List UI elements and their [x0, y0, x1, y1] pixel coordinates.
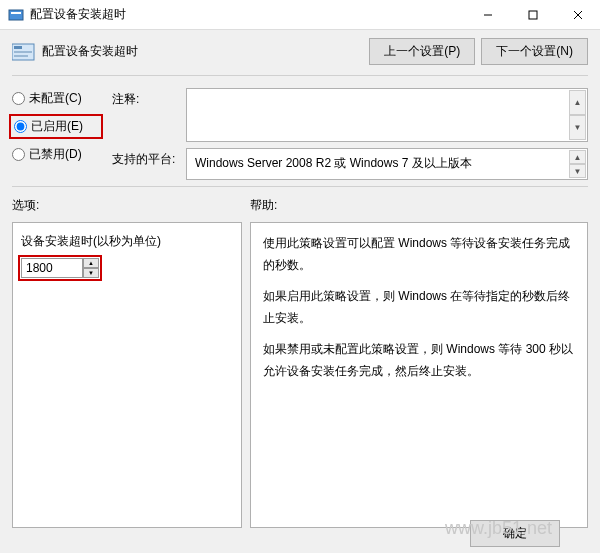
minimize-button[interactable]: [465, 0, 510, 29]
prev-setting-button[interactable]: 上一个设置(P): [369, 38, 475, 65]
svg-rect-3: [529, 11, 537, 19]
platform-label: 支持的平台:: [112, 148, 178, 168]
comment-textarea[interactable]: ▲ ▼: [186, 88, 588, 142]
radio-label-enabled: 已启用(E): [31, 118, 83, 135]
window-controls: [465, 0, 600, 29]
comment-label: 注释:: [112, 88, 178, 108]
timeout-input[interactable]: [21, 258, 83, 278]
window-title: 配置设备安装超时: [30, 6, 465, 23]
help-label: 帮助:: [250, 197, 588, 214]
spinner-down-icon[interactable]: ▼: [83, 268, 99, 278]
titlebar: 配置设备安装超时: [0, 0, 600, 30]
radio-not-configured[interactable]: 未配置(C): [12, 90, 100, 107]
radio-label-disabled: 已禁用(D): [29, 146, 82, 163]
app-icon: [8, 7, 24, 23]
radio-disabled[interactable]: 已禁用(D): [12, 146, 100, 163]
radio-input-not-configured[interactable]: [12, 92, 25, 105]
scroll-down-icon[interactable]: ▼: [569, 164, 586, 178]
radio-input-enabled[interactable]: [14, 120, 27, 133]
header-row: 配置设备安装超时 上一个设置(P) 下一个设置(N): [0, 30, 600, 73]
separator: [12, 186, 588, 187]
separator: [12, 75, 588, 76]
svg-rect-1: [11, 12, 21, 14]
help-text: 使用此策略设置可以配置 Windows 等待设备安装任务完成的秒数。: [263, 233, 575, 276]
timeout-label: 设备安装超时(以秒为单位): [21, 233, 233, 250]
svg-rect-7: [14, 46, 22, 49]
help-text: 如果禁用或未配置此策略设置，则 Windows 等待 300 秒以允许设备安装任…: [263, 339, 575, 382]
header-title: 配置设备安装超时: [42, 43, 138, 60]
platform-value: Windows Server 2008 R2 或 Windows 7 及以上版本: [195, 156, 472, 170]
scroll-up-icon[interactable]: ▲: [569, 150, 586, 164]
options-panel: 设备安装超时(以秒为单位) ▲ ▼: [12, 222, 242, 528]
svg-rect-9: [14, 55, 28, 57]
scroll-down-icon[interactable]: ▼: [569, 115, 586, 140]
timeout-spinner[interactable]: ▲ ▼: [21, 258, 99, 278]
radio-input-disabled[interactable]: [12, 148, 25, 161]
radio-label-not-configured: 未配置(C): [29, 90, 82, 107]
radio-enabled[interactable]: 已启用(E): [12, 117, 100, 136]
close-button[interactable]: [555, 0, 600, 29]
options-label: 选项:: [12, 197, 250, 214]
help-panel: 使用此策略设置可以配置 Windows 等待设备安装任务完成的秒数。 如果启用此…: [250, 222, 588, 528]
help-text: 如果启用此策略设置，则 Windows 在等待指定的秒数后终止安装。: [263, 286, 575, 329]
maximize-button[interactable]: [510, 0, 555, 29]
ok-button[interactable]: 确定: [470, 520, 560, 547]
policy-icon: [12, 42, 36, 62]
svg-rect-0: [9, 10, 23, 20]
scroll-up-icon[interactable]: ▲: [569, 90, 586, 115]
radio-group: 未配置(C) 已启用(E) 已禁用(D): [12, 88, 100, 180]
next-setting-button[interactable]: 下一个设置(N): [481, 38, 588, 65]
spinner-up-icon[interactable]: ▲: [83, 258, 99, 268]
platform-box: Windows Server 2008 R2 或 Windows 7 及以上版本…: [186, 148, 588, 180]
svg-rect-8: [14, 51, 32, 53]
